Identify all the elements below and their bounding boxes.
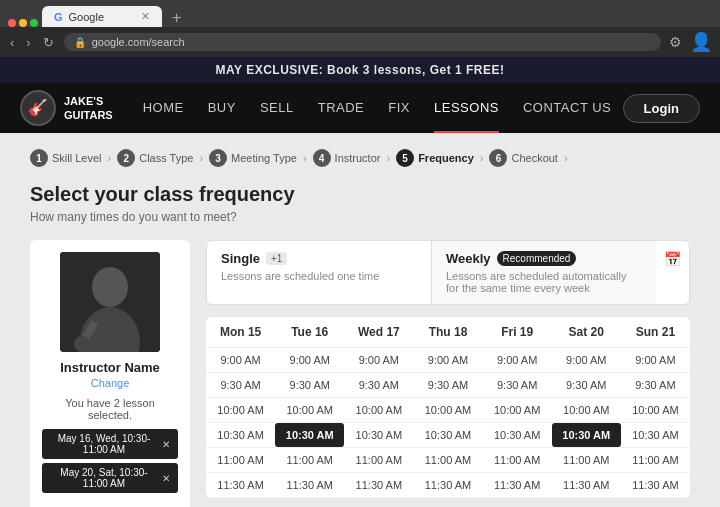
tab-favicon: G — [54, 11, 63, 23]
close-tab-icon[interactable]: ✕ — [141, 10, 150, 23]
instructor-photo — [60, 252, 160, 352]
step-1-num: 1 — [30, 149, 48, 167]
nav-fix[interactable]: FIX — [388, 84, 410, 133]
cal-cell-2-2[interactable]: 10:00 AM — [344, 398, 413, 422]
minimize-dot[interactable] — [19, 19, 27, 27]
address-bar[interactable]: 🔒 google.com/search — [64, 33, 661, 51]
logo-icon: 🎸 — [20, 90, 56, 126]
instructor-card: Instructor Name Change You have 2 lesson… — [30, 240, 190, 507]
cal-cell-0-6[interactable]: 9:00 AM — [621, 348, 690, 372]
remove-lesson-2-icon[interactable]: ✕ — [162, 473, 170, 484]
profile-icon[interactable]: 👤 — [690, 31, 712, 53]
cal-cell-5-3[interactable]: 11:30 AM — [413, 473, 482, 497]
cal-cell-5-1[interactable]: 11:30 AM — [275, 473, 344, 497]
cal-cell-3-3[interactable]: 10:30 AM — [413, 423, 482, 447]
cal-cell-0-2[interactable]: 9:00 AM — [344, 348, 413, 372]
step-5[interactable]: 5 Frequency — [396, 149, 474, 167]
cal-cell-4-0[interactable]: 11:00 AM — [206, 448, 275, 472]
cal-cell-3-4[interactable]: 10:30 AM — [483, 423, 552, 447]
cal-time-row: 10:00 AM10:00 AM10:00 AM10:00 AM10:00 AM… — [206, 398, 690, 423]
new-tab-button[interactable]: + — [166, 9, 187, 27]
calendar-icon[interactable]: 📅 — [656, 241, 689, 304]
cal-cell-0-4[interactable]: 9:00 AM — [483, 348, 552, 372]
login-button[interactable]: Login — [623, 94, 700, 123]
step-5-label: Frequency — [418, 152, 474, 164]
nav-home[interactable]: HOME — [143, 84, 184, 133]
nav-lessons[interactable]: LESSONS — [434, 84, 499, 133]
remove-lesson-1-icon[interactable]: ✕ — [162, 439, 170, 450]
cal-time-row: 9:00 AM9:00 AM9:00 AM9:00 AM9:00 AM9:00 … — [206, 348, 690, 373]
cal-cell-4-4[interactable]: 11:00 AM — [483, 448, 552, 472]
weekly-freq-desc: Lessons are scheduled automatically for … — [446, 270, 642, 294]
step-6[interactable]: 6 Checkout — [489, 149, 557, 167]
cal-cell-2-6[interactable]: 10:00 AM — [621, 398, 690, 422]
calendar-table: Mon 15 Tue 16 Wed 17 Thu 18 Fri 19 Sat 2… — [206, 317, 690, 498]
nav-buy[interactable]: BUY — [208, 84, 236, 133]
cal-cell-0-0[interactable]: 9:00 AM — [206, 348, 275, 372]
cal-cell-4-6[interactable]: 11:00 AM — [621, 448, 690, 472]
cal-cell-1-2[interactable]: 9:30 AM — [344, 373, 413, 397]
cal-cell-1-4[interactable]: 9:30 AM — [483, 373, 552, 397]
cal-cell-4-5[interactable]: 11:00 AM — [552, 448, 621, 472]
close-dot[interactable] — [8, 19, 16, 27]
instructor-change[interactable]: Change — [42, 377, 178, 389]
cal-cell-2-5[interactable]: 10:00 AM — [552, 398, 621, 422]
main-content: 1 Skill Level › 2 Class Type › 3 Meeting… — [0, 133, 720, 507]
cal-cell-1-6[interactable]: 9:30 AM — [621, 373, 690, 397]
cal-cell-0-3[interactable]: 9:00 AM — [413, 348, 482, 372]
calendar-body: 9:00 AM9:00 AM9:00 AM9:00 AM9:00 AM9:00 … — [206, 348, 690, 498]
cal-cell-2-1[interactable]: 10:00 AM — [275, 398, 344, 422]
back-button[interactable]: ‹ — [8, 35, 16, 50]
nav-trade[interactable]: TRADE — [318, 84, 365, 133]
nav-contact[interactable]: CONTACT US — [523, 84, 611, 133]
cal-cell-5-2[interactable]: 11:30 AM — [344, 473, 413, 497]
cal-cell-1-0[interactable]: 9:30 AM — [206, 373, 275, 397]
step-2-label: Class Type — [139, 152, 193, 164]
cal-header-sat: Sat 20 — [552, 317, 621, 347]
browser-tab[interactable]: G Google ✕ — [42, 6, 162, 27]
weekly-freq-badge: Recommended — [497, 251, 577, 266]
cal-cell-3-6[interactable]: 10:30 AM — [621, 423, 690, 447]
cal-cell-4-1[interactable]: 11:00 AM — [275, 448, 344, 472]
cal-cell-2-4[interactable]: 10:00 AM — [483, 398, 552, 422]
cal-cell-5-0[interactable]: 11:30 AM — [206, 473, 275, 497]
cal-cell-0-5[interactable]: 9:00 AM — [552, 348, 621, 372]
lesson-tag-2: May 20, Sat, 10:30-11:00 AM ✕ — [42, 463, 178, 493]
cal-cell-5-6[interactable]: 11:30 AM — [621, 473, 690, 497]
browser-tabs: G Google ✕ + — [8, 6, 712, 27]
step-2[interactable]: 2 Class Type — [117, 149, 193, 167]
single-frequency-option[interactable]: Single +1 Lessons are scheduled one time — [207, 241, 431, 304]
step-4[interactable]: 4 Instructor — [313, 149, 381, 167]
cal-cell-3-1[interactable]: 10:30 AM — [275, 423, 344, 447]
forward-button[interactable]: › — [24, 35, 32, 50]
cal-cell-2-0[interactable]: 10:00 AM — [206, 398, 275, 422]
reload-button[interactable]: ↻ — [41, 35, 56, 50]
cal-cell-0-1[interactable]: 9:00 AM — [275, 348, 344, 372]
cal-cell-3-5[interactable]: 10:30 AM — [552, 423, 621, 447]
cal-time-row: 11:30 AM11:30 AM11:30 AM11:30 AM11:30 AM… — [206, 473, 690, 498]
step-3[interactable]: 3 Meeting Type — [209, 149, 297, 167]
step-1[interactable]: 1 Skill Level — [30, 149, 102, 167]
maximize-dot[interactable] — [30, 19, 38, 27]
weekly-freq-header: Weekly Recommended — [446, 251, 642, 266]
cal-cell-3-0[interactable]: 10:30 AM — [206, 423, 275, 447]
cal-cell-4-3[interactable]: 11:00 AM — [413, 448, 482, 472]
promo-banner: MAY EXCLUSIVE: Book 3 lessons, Get 1 FRE… — [0, 57, 720, 83]
step-2-num: 2 — [117, 149, 135, 167]
cal-cell-1-3[interactable]: 9:30 AM — [413, 373, 482, 397]
nav-sell[interactable]: SELL — [260, 84, 294, 133]
cal-cell-4-2[interactable]: 11:00 AM — [344, 448, 413, 472]
promo-text: MAY EXCLUSIVE: Book 3 lessons, Get 1 FRE… — [215, 63, 504, 77]
arrow-3: › — [303, 152, 307, 164]
arrow-1: › — [108, 152, 112, 164]
weekly-frequency-option[interactable]: Weekly Recommended Lessons are scheduled… — [432, 241, 656, 304]
cal-cell-1-5[interactable]: 9:30 AM — [552, 373, 621, 397]
cal-cell-2-3[interactable]: 10:00 AM — [413, 398, 482, 422]
arrow-5: › — [480, 152, 484, 164]
browser-address-bar: ‹ › ↻ 🔒 google.com/search ⚙ 👤 — [0, 27, 720, 57]
cal-cell-5-5[interactable]: 11:30 AM — [552, 473, 621, 497]
cal-cell-5-4[interactable]: 11:30 AM — [483, 473, 552, 497]
cal-cell-3-2[interactable]: 10:30 AM — [344, 423, 413, 447]
lesson-tag-1-text: May 16, Wed, 10:30-11:00 AM — [50, 433, 158, 455]
cal-cell-1-1[interactable]: 9:30 AM — [275, 373, 344, 397]
